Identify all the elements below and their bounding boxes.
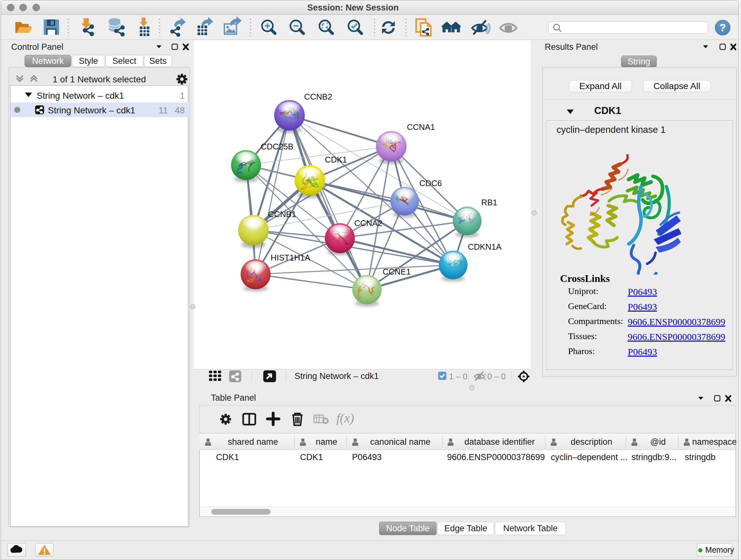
svg-text:CCNA1: CCNA1 [407,122,435,132]
svg-text:CDKN1A: CDKN1A [468,242,502,252]
svg-text:CCNB1: CCNB1 [268,209,296,219]
svg-text:CDC25B: CDC25B [261,142,293,151]
svg-text:CCNE1: CCNE1 [383,267,411,276]
svg-text:HIST1H1A: HIST1H1A [271,253,311,262]
svg-text:CCNB2: CCNB2 [304,92,332,102]
svg-text:RB1: RB1 [481,198,497,207]
svg-text:CCNA2: CCNA2 [354,219,382,228]
svg-text:CDK1: CDK1 [325,155,347,165]
svg-text:CDC6: CDC6 [419,179,442,188]
